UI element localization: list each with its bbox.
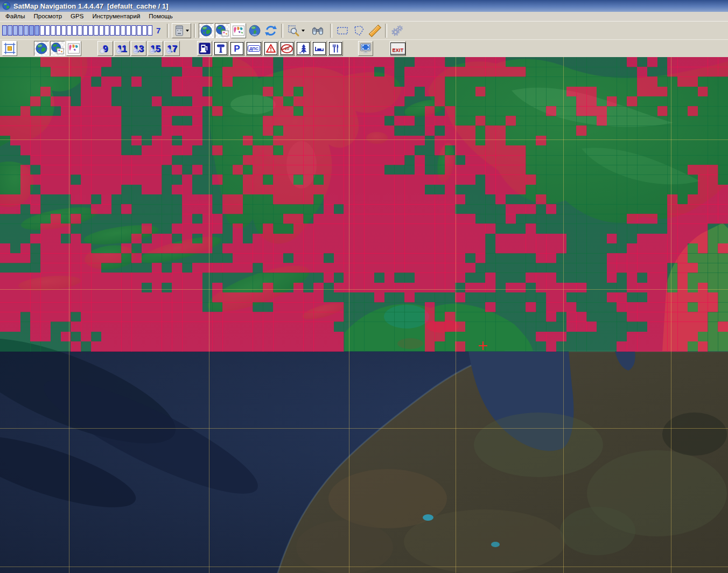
cache-progress-segment [67,25,72,36]
poi-warning-button[interactable] [263,41,278,56]
zoom-select-button[interactable] [286,23,305,38]
cache-progress-segment [137,25,142,36]
select-rectangle-button[interactable] [335,23,350,38]
menu-item-2[interactable]: GPS [66,12,88,20]
poi-fuel-button[interactable] [197,41,212,56]
poi-tile: ДПС [247,42,261,55]
poi-parking-button[interactable]: P [229,41,244,56]
cache-progress-segment [29,25,34,36]
chevron-down-icon [302,30,305,32]
globe-map-icon [215,24,229,37]
zoom-level-button-17[interactable]: 17 [164,41,180,56]
poi-tile [214,42,227,55]
fork-knife-icon [330,43,341,54]
cache-progress-segment [148,25,152,36]
poi-tile [329,42,342,55]
search-button[interactable] [310,23,325,38]
cache-progress-segment [8,25,12,36]
poi-speed-camera-button[interactable]: 20 [279,41,295,56]
poi-tile: 20 [281,42,293,55]
menu-item-1[interactable]: Просмотр [30,12,67,20]
globe-map-icon [51,42,65,55]
zoom-level-label: 11 [117,44,127,53]
cache-progress-value: 7 [156,26,160,35]
cache-progress-segment [72,25,77,36]
cache-progress-segment [13,25,18,36]
zoom-level-button-9[interactable]: 9 [97,41,113,56]
title-bar[interactable]: SatMap Navigation 1.4.4.47 [default_cach… [0,0,728,12]
cache-progress-segment [40,25,45,36]
cache-progress-segment [78,25,82,36]
poi-tile: P [230,42,243,55]
map-mode-globe-button[interactable] [199,23,214,38]
poi-hotel-button[interactable] [312,41,327,56]
parking-icon: P [234,44,240,53]
zoom-level-label: 13 [134,44,144,53]
globe-west-hemisphere-button[interactable] [247,23,262,38]
world-map-icon [67,42,80,55]
cache-progress-segment [83,25,88,36]
fir-tree-icon [298,43,309,54]
zoom-level-button-13[interactable]: 13 [131,41,146,56]
cache-progress-segment [126,25,131,36]
globe-icon [200,24,213,37]
menu-item-3[interactable]: Инструментарий [88,12,144,20]
gears-icon [390,24,404,37]
fullscreen-monitor-icon [359,42,372,55]
menu-bar: ФайлыПросмотрGPSИнструментарийПомощь [0,12,728,21]
map-mode-world-map-button[interactable] [231,23,246,38]
menu-item-4[interactable]: Помощь [144,12,177,20]
settings-button[interactable] [390,23,405,38]
hammer-icon [215,43,226,54]
cache-progress-segment [99,25,104,36]
zoom-level-button-11[interactable]: 11 [114,41,130,56]
fullscreen-button[interactable] [358,41,373,56]
poi-food-button[interactable] [328,41,343,56]
layer-world-map-button[interactable] [66,41,81,56]
ruler-icon [368,24,382,38]
hard-drive-icon [174,25,184,37]
cache-storage-button[interactable] [172,23,191,38]
map-mode-globe-map-button[interactable] [215,23,230,38]
map-render [0,57,728,573]
zoom-level-button-15[interactable]: 15 [148,41,163,56]
layer-globe-map-button[interactable] [50,41,65,56]
measure-distance-button[interactable] [367,23,382,38]
app-window: SatMap Navigation 1.4.4.47 [default_cach… [0,0,728,573]
cache-progress-segment [142,25,147,36]
cache-progress-segment [34,25,39,36]
refresh-button[interactable] [263,23,278,38]
poi-forest-button[interactable] [296,41,311,56]
binoculars-icon [311,24,325,37]
exit-button[interactable]: EXIT [390,41,406,56]
dashed-rectangle-icon [336,24,349,37]
menu-item-0[interactable]: Файлы [1,12,30,20]
cache-progress-segment [121,25,125,36]
world-map-icon [232,24,245,37]
center-selection-icon [3,42,16,55]
window-title: SatMap Navigation 1.4.4.47 [default_cach… [11,2,169,10]
toolbar-main: 7 [0,21,728,39]
cache-progress-segment [110,25,115,36]
separator [281,24,283,38]
dashed-polygon-icon [352,24,365,37]
bed-icon [314,43,325,54]
globe-americas-icon [248,24,261,37]
cache-progress-segment [94,25,99,36]
poi-tile [264,42,277,55]
poi-tile [297,42,310,55]
cache-progress-segment [45,25,50,36]
center-map-button[interactable] [2,41,17,56]
toolbar-layers: 911131517 P [0,39,728,57]
separator [385,24,387,38]
zoom-level-group: 911131517 [97,41,180,56]
cache-progress-segment [51,25,55,36]
cache-progress-segment [18,25,23,36]
cache-progress-segment [115,25,120,36]
select-polygon-button[interactable] [351,23,366,38]
poi-service-button[interactable] [213,41,228,56]
layer-globe-button[interactable] [34,41,49,56]
map-canvas[interactable] [0,57,728,573]
poi-dps-button[interactable]: ДПС [246,41,262,56]
chevron-down-icon [186,30,189,32]
